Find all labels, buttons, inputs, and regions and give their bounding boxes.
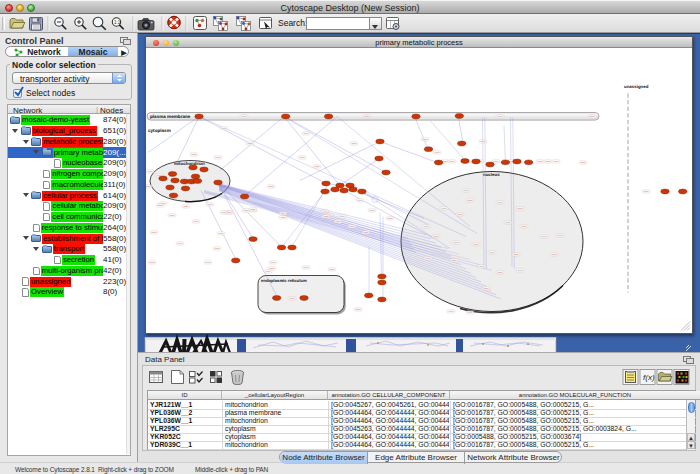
svg-text:1:1: 1:1: [114, 20, 121, 25]
svg-text:mitochondrion: mitochondrion: [174, 161, 205, 166]
svg-text:cytoplasm: cytoplasm: [148, 127, 171, 132]
svg-text:Search:: Search:: [278, 18, 307, 28]
svg-text:plasma membrane: plasma membrane: [150, 114, 191, 119]
svg-text:unassigned: unassigned: [624, 83, 649, 88]
svg-text:f(x): f(x): [643, 373, 655, 382]
